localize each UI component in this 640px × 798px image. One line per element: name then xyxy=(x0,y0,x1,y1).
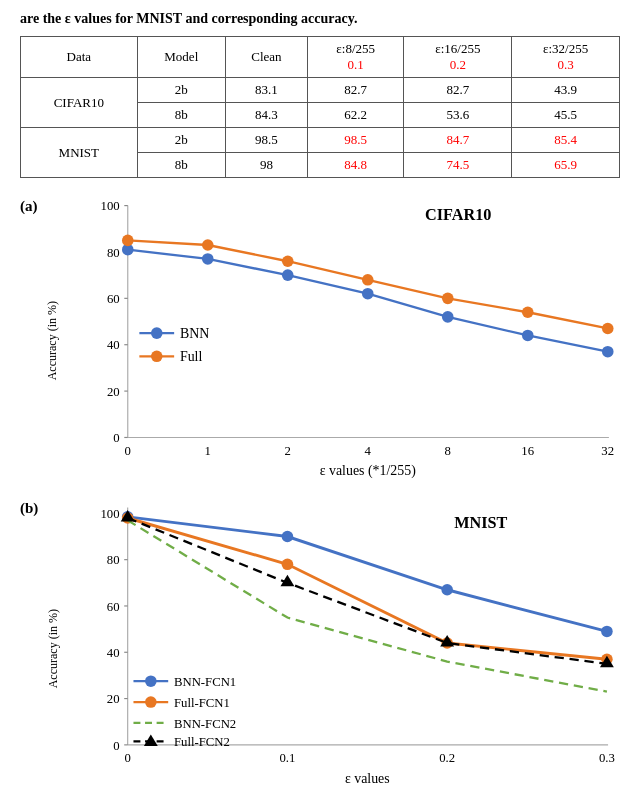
col-model: Model xyxy=(137,37,225,78)
svg-text:BNN-FCN2: BNN-FCN2 xyxy=(174,717,236,731)
chart-a-ylabel: Accuracy (in %) xyxy=(42,194,64,488)
model-2b-mnist: 2b xyxy=(137,128,225,153)
chart-a-letter: (a) xyxy=(20,194,38,215)
svg-text:Full-FCN1: Full-FCN1 xyxy=(174,696,230,710)
table-row: MNIST 2b 98.5 98.5 84.7 85.4 xyxy=(21,128,620,153)
col-clean: Clean xyxy=(225,37,307,78)
svg-text:0: 0 xyxy=(124,444,130,458)
model-8b: 8b xyxy=(137,103,225,128)
svg-text:0.1: 0.1 xyxy=(280,751,296,765)
svg-text:100: 100 xyxy=(100,199,119,213)
svg-point-24 xyxy=(281,270,293,282)
svg-text:Full: Full xyxy=(179,349,202,364)
results-table: Data Model Clean ε:8/2550.1 ε:16/2550.2 … xyxy=(20,36,620,178)
svg-point-64 xyxy=(442,584,454,596)
svg-text:20: 20 xyxy=(107,692,120,706)
svg-text:80: 80 xyxy=(107,553,120,567)
svg-text:100: 100 xyxy=(101,507,120,521)
page-title: are the ε values for MNIST and correspon… xyxy=(20,10,620,28)
cifar10-label: CIFAR10 xyxy=(21,78,138,128)
svg-text:60: 60 xyxy=(106,292,119,306)
svg-text:BNN: BNN xyxy=(179,326,208,341)
svg-text:1: 1 xyxy=(204,444,210,458)
svg-point-25 xyxy=(361,288,373,300)
svg-point-34 xyxy=(521,307,533,319)
svg-text:80: 80 xyxy=(106,246,119,260)
svg-text:20: 20 xyxy=(106,385,119,399)
svg-point-32 xyxy=(361,274,373,286)
mnist-label: MNIST xyxy=(21,128,138,178)
svg-text:40: 40 xyxy=(106,339,119,353)
svg-text:60: 60 xyxy=(107,600,120,614)
chart-a-svg: 0 20 40 60 80 100 0 1 2 4 8 16 32 CIFAR1… xyxy=(64,194,621,484)
svg-point-27 xyxy=(521,330,533,342)
chart-b-ylabel: Accuracy (in %) xyxy=(42,496,64,798)
svg-point-63 xyxy=(282,531,294,543)
svg-text:8: 8 xyxy=(444,444,450,458)
col-data: Data xyxy=(21,37,138,78)
svg-text:0: 0 xyxy=(113,431,119,445)
svg-text:Full-FCN2: Full-FCN2 xyxy=(174,735,230,749)
chart-b-svg: 0 20 40 60 80 100 0 0.1 0.2 0.3 MNIST xyxy=(64,496,620,797)
svg-text:2: 2 xyxy=(284,444,290,458)
svg-point-65 xyxy=(601,626,613,638)
col-e8: ε:8/2550.1 xyxy=(307,37,403,78)
col-e16: ε:16/2550.2 xyxy=(404,37,512,78)
svg-text:32: 32 xyxy=(601,444,614,458)
svg-text:4: 4 xyxy=(364,444,371,458)
svg-text:ε values: ε values xyxy=(345,771,390,786)
svg-text:MNIST: MNIST xyxy=(455,514,508,532)
svg-text:0.2: 0.2 xyxy=(440,751,456,765)
svg-point-30 xyxy=(201,239,213,251)
chart-b-container: (b) Accuracy (in %) 0 20 40 60 80 100 0 … xyxy=(20,496,620,798)
model-2b: 2b xyxy=(137,78,225,103)
svg-point-23 xyxy=(201,253,213,265)
svg-point-35 xyxy=(601,323,613,335)
svg-text:CIFAR10: CIFAR10 xyxy=(425,206,491,224)
svg-text:16: 16 xyxy=(521,444,534,458)
svg-text:0.3: 0.3 xyxy=(599,751,615,765)
model-8b-mnist: 8b xyxy=(137,153,225,178)
svg-text:BNN-FCN1: BNN-FCN1 xyxy=(174,675,236,689)
chart-b-letter: (b) xyxy=(20,496,38,517)
svg-point-26 xyxy=(441,311,453,323)
svg-marker-83 xyxy=(144,734,158,746)
chart-a-container: (a) Accuracy (in %) 0 20 40 60 80 100 0 … xyxy=(20,194,620,488)
chart-a-area: 0 20 40 60 80 100 0 1 2 4 8 16 32 CIFAR1… xyxy=(64,194,621,488)
table-row: CIFAR10 2b 83.1 82.7 82.7 43.9 xyxy=(21,78,620,103)
svg-text:0: 0 xyxy=(125,751,131,765)
svg-point-33 xyxy=(441,293,453,305)
svg-text:40: 40 xyxy=(107,646,120,660)
chart-b-area: 0 20 40 60 80 100 0 0.1 0.2 0.3 MNIST xyxy=(64,496,620,798)
svg-point-31 xyxy=(281,256,293,268)
svg-point-29 xyxy=(121,235,133,247)
svg-point-67 xyxy=(282,559,294,571)
svg-point-28 xyxy=(601,346,613,358)
svg-text:ε values (*1/255): ε values (*1/255) xyxy=(319,463,416,479)
svg-text:0: 0 xyxy=(114,739,120,753)
col-e32: ε:32/2550.3 xyxy=(512,37,620,78)
